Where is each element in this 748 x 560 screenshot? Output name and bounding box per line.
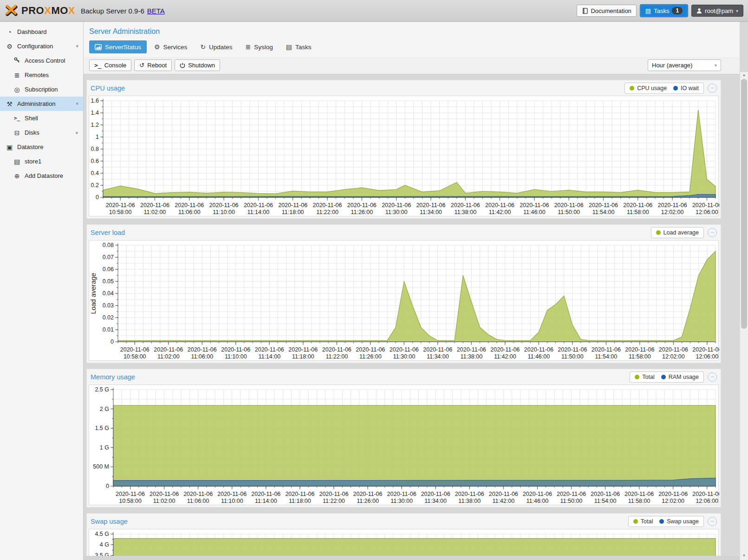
svg-text:2020-11-06: 2020-11-06 — [416, 202, 445, 208]
time-range-select[interactable]: Hour (average) ▾ — [648, 59, 721, 71]
svg-text:2020-11-06: 2020-11-06 — [485, 202, 514, 208]
svg-text:2020-11-06: 2020-11-06 — [524, 346, 553, 353]
tab-services[interactable]: ⚙ Services — [149, 40, 193, 53]
main-content: Server Administration ServerStatus ⚙ Ser… — [84, 22, 740, 560]
svg-text:10:58:00: 10:58:00 — [109, 209, 132, 215]
svg-text:4 G: 4 G — [100, 541, 109, 548]
svg-text:2020-11-06: 2020-11-06 — [490, 346, 520, 353]
console-button[interactable]: >_ Console — [89, 59, 131, 71]
sidebar-item-administration[interactable]: ⚒ Administration ▾ — [0, 97, 83, 111]
svg-text:4.5 G: 4.5 G — [95, 531, 109, 537]
shutdown-button[interactable]: Shutdown — [175, 59, 220, 71]
svg-text:10:58:00: 10:58:00 — [124, 353, 146, 360]
svg-text:2020-11-06: 2020-11-06 — [589, 202, 618, 208]
sidebar-item-add-datastore[interactable]: ⊕ Add Datastore — [0, 169, 83, 183]
svg-text:2020-11-06: 2020-11-06 — [554, 202, 584, 208]
user-menu-button[interactable]: root@pam ▾ — [691, 5, 743, 17]
sidebar-item-shell[interactable]: >_ Shell — [0, 111, 83, 125]
legend-item[interactable]: RAM usage — [661, 374, 699, 380]
svg-text:2020-11-06: 2020-11-06 — [175, 202, 204, 208]
svg-text:2020-11-06: 2020-11-06 — [244, 202, 273, 208]
tab-syslog[interactable]: ≣ Syslog — [240, 40, 278, 53]
svg-text:2020-11-06: 2020-11-06 — [421, 491, 450, 497]
svg-text:11:18:00: 11:18:00 — [292, 353, 314, 360]
svg-text:11:38:00: 11:38:00 — [458, 498, 481, 504]
area-chart-icon — [95, 44, 102, 50]
beta-link[interactable]: BETA — [147, 7, 165, 15]
svg-text:10:58:00: 10:58:00 — [119, 498, 142, 504]
svg-text:2020-11-06: 2020-11-06 — [322, 346, 351, 353]
sidebar-item-access-control[interactable]: Access Control — [0, 53, 83, 68]
app-header: PROXMOX Backup Server 0.9-6 BETA Documen… — [0, 0, 748, 22]
svg-text:1: 1 — [96, 134, 99, 140]
chevron-down-icon: ▾ — [76, 101, 78, 107]
collapse-panel-button[interactable]: − — [708, 372, 717, 382]
tab-serverstatus[interactable]: ServerStatus — [89, 40, 147, 53]
svg-text:11:42:00: 11:42:00 — [494, 353, 516, 360]
documentation-button[interactable]: Documentation — [577, 5, 636, 17]
memory-usage-chart: 0500 M1 G1.5 G2 G2.5 G2020-11-0610:58:00… — [89, 385, 719, 505]
legend-item[interactable]: IO wait — [673, 85, 699, 91]
svg-text:11:34:00: 11:34:00 — [424, 498, 447, 504]
reboot-button[interactable]: ↺ Reboot — [134, 59, 172, 71]
svg-text:11:46:00: 11:46:00 — [523, 209, 546, 215]
sidebar-item-dashboard[interactable]: ◔ Dashboard — [0, 25, 83, 39]
chevron-down-icon: ▾ — [76, 43, 78, 49]
svg-text:0.2: 0.2 — [91, 182, 99, 189]
tasks-count-badge: 1 — [672, 7, 683, 14]
legend-item[interactable]: Swap usage — [659, 518, 699, 525]
svg-text:2020-11-06: 2020-11-06 — [623, 202, 652, 208]
task-list-icon: ▤ — [645, 7, 651, 14]
collapse-panel-button[interactable]: − — [708, 228, 717, 237]
plus-circle-icon: ⊕ — [13, 172, 21, 180]
sidebar-item-store1[interactable]: ▤ store1 — [0, 154, 83, 169]
chart-legend: Load average — [651, 227, 704, 238]
chart-legend: Total Swap usage — [628, 516, 704, 527]
sidebar-item-subscription[interactable]: ◎ Subscription — [0, 82, 83, 97]
sidebar-item-remotes[interactable]: ≣ Remotes — [0, 68, 83, 82]
logo-wordmark: PROXMOX — [21, 5, 75, 17]
scrollbar-thumb[interactable] — [741, 79, 747, 329]
svg-text:2020-11-06: 2020-11-06 — [558, 346, 587, 353]
scroll-down-arrow[interactable]: ▼ — [740, 553, 748, 559]
legend-dot — [633, 519, 638, 524]
svg-text:0.6: 0.6 — [91, 158, 99, 164]
svg-text:2020-11-06: 2020-11-06 — [188, 346, 217, 353]
vertical-scrollbar[interactable]: ▲ ▼ — [740, 72, 748, 560]
sidebar-item-configuration[interactable]: ⚙ Configuration ▾ — [0, 39, 83, 53]
svg-text:2020-11-06: 2020-11-06 — [658, 202, 687, 208]
svg-text:2020-11-06: 2020-11-06 — [285, 491, 314, 497]
collapse-panel-button[interactable]: − — [708, 517, 717, 526]
chevron-down-icon: ▾ — [715, 63, 717, 68]
svg-text:2020-11-06: 2020-11-06 — [382, 202, 411, 208]
svg-text:11:46:00: 11:46:00 — [527, 498, 549, 504]
tab-tasks[interactable]: ▤ Tasks — [280, 40, 317, 53]
chart-legend: CPU usage IO wait — [624, 83, 704, 94]
legend-item[interactable]: Total — [633, 518, 653, 525]
legend-item[interactable]: CPU usage — [630, 85, 667, 91]
svg-text:11:14:00: 11:14:00 — [247, 209, 270, 215]
svg-text:11:50:00: 11:50:00 — [558, 209, 580, 215]
svg-text:11:54:00: 11:54:00 — [594, 498, 617, 504]
svg-text:12:02:00: 12:02:00 — [662, 498, 684, 504]
sidebar-item-datastore[interactable]: ▣ Datastore — [0, 140, 83, 154]
svg-text:11:30:00: 11:30:00 — [390, 498, 413, 504]
tab-updates[interactable]: ↻ Updates — [195, 40, 238, 53]
legend-dot — [673, 86, 678, 91]
bottom-edge — [84, 556, 740, 560]
sidebar-item-disks[interactable]: ⊟ Disks ▸ — [0, 125, 83, 140]
legend-item[interactable]: Load average — [656, 229, 699, 236]
tasks-button[interactable]: ▤ Tasks 1 — [640, 5, 688, 17]
terminal-icon: >_ — [13, 115, 21, 121]
svg-text:2020-11-06: 2020-11-06 — [353, 491, 383, 497]
chevron-right-icon: ▸ — [76, 130, 78, 136]
svg-text:2020-11-06: 2020-11-06 — [319, 491, 348, 497]
svg-text:1.4: 1.4 — [91, 110, 99, 116]
scroll-up-arrow[interactable]: ▲ — [740, 72, 748, 78]
svg-text:11:38:00: 11:38:00 — [460, 353, 482, 360]
legend-item[interactable]: Total — [635, 374, 654, 380]
svg-text:500 M: 500 M — [93, 463, 109, 470]
collapse-panel-button[interactable]: − — [708, 84, 717, 93]
legend-dot — [659, 519, 664, 524]
wrench-icon: ⚒ — [6, 100, 13, 108]
